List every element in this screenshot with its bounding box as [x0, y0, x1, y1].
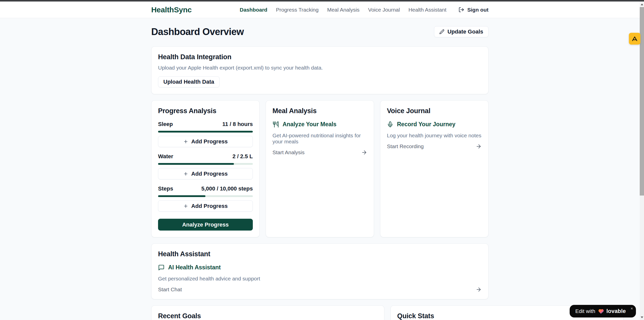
nav-dashboard[interactable]: Dashboard [240, 7, 267, 13]
arrow-right-icon [476, 286, 482, 293]
meal-analysis-description: Get AI-powered nutritional insights for … [272, 133, 367, 145]
arrow-right-icon [361, 149, 367, 155]
logout-icon [458, 7, 464, 13]
voice-journal-description: Log your health journey with voice notes [387, 133, 482, 139]
analyze-your-meals-link[interactable]: Analyze Your Meals [272, 121, 367, 128]
dashboard-main: Dashboard Overview Update Goals Health D… [151, 18, 488, 320]
vertical-scrollbar[interactable] [640, 2, 644, 320]
main-nav: Dashboard Progress Tracking Meal Analysi… [240, 7, 488, 13]
pencil-icon [439, 29, 444, 34]
update-goals-label: Update Goals [447, 28, 483, 35]
plus-icon [183, 171, 188, 176]
voice-journal-card: Voice Journal Record Your Journey Log yo… [380, 100, 488, 237]
browser-extension-button[interactable] [629, 33, 640, 45]
meal-analysis-title: Meal Analysis [272, 107, 367, 115]
progress-analysis-title: Progress Analysis [158, 107, 253, 115]
health-assistant-title: Health Assistant [158, 250, 482, 258]
chat-bubble-icon [158, 264, 165, 271]
integration-title: Health Data Integration [158, 53, 482, 61]
progress-bar-steps [158, 195, 253, 197]
metric-label: Steps [158, 185, 173, 192]
update-goals-button[interactable]: Update Goals [434, 26, 488, 37]
progress-bar-sleep [158, 131, 253, 133]
app-header: HealthSync Dashboard Progress Tracking M… [0, 2, 640, 18]
add-progress-sleep-button[interactable]: Add Progress [158, 136, 253, 147]
add-progress-label: Add Progress [191, 138, 228, 145]
page-title: Dashboard Overview [151, 26, 244, 37]
badge-prefix: Edit with [575, 308, 595, 314]
record-your-journey-label: Record Your Journey [397, 121, 455, 128]
metric-value: 11 / 8 hours [222, 121, 253, 127]
start-recording-action[interactable]: Start Recording [387, 143, 482, 149]
edit-with-lovable-badge[interactable]: Edit with lovable × [570, 305, 636, 317]
health-assistant-card: Health Assistant AI Health Assistant Get… [151, 243, 488, 299]
add-progress-water-button[interactable]: Add Progress [158, 168, 253, 179]
app-logo: HealthSync [151, 6, 192, 14]
sign-out-button[interactable]: Sign out [458, 7, 488, 13]
metric-steps: Steps 5,000 / 10,000 steps Add Progress [158, 185, 253, 212]
add-progress-label: Add Progress [191, 171, 228, 177]
add-progress-steps-button[interactable]: Add Progress [158, 200, 253, 212]
nav-meal-analysis[interactable]: Meal Analysis [327, 7, 359, 13]
lovable-heart-icon [598, 308, 604, 314]
plus-icon [183, 204, 188, 209]
ai-health-assistant-link[interactable]: AI Health Assistant [158, 264, 482, 271]
metric-label: Water [158, 153, 173, 160]
voice-journal-title: Voice Journal [387, 107, 482, 115]
badge-close-icon[interactable]: × [631, 307, 633, 311]
upload-health-data-button[interactable]: Upload Health Data [158, 76, 220, 87]
plus-icon [183, 139, 188, 144]
meal-analysis-card: Meal Analysis Analyze Your Meals Get AI-… [266, 100, 374, 237]
nav-voice-journal[interactable]: Voice Journal [368, 7, 400, 13]
recent-goals-title: Recent Goals [158, 312, 378, 320]
analyze-your-meals-label: Analyze Your Meals [283, 121, 336, 128]
scrollbar-down-arrow[interactable] [640, 314, 644, 320]
metric-value: 2 / 2.5 L [232, 153, 253, 160]
start-chat-action[interactable]: Start Chat [158, 286, 482, 293]
nav-health-assistant[interactable]: Health Assistant [408, 7, 446, 13]
start-analysis-label: Start Analysis [272, 149, 304, 155]
analyze-progress-button[interactable]: Analyze Progress [158, 219, 253, 231]
metric-value: 5,000 / 10,000 steps [201, 185, 253, 192]
progress-bar-water [158, 163, 253, 165]
arrow-right-icon [476, 143, 482, 149]
microphone-icon [387, 121, 393, 128]
start-analysis-action[interactable]: Start Analysis [272, 149, 367, 155]
scrollbar-up-arrow[interactable] [640, 2, 644, 7]
sign-out-label: Sign out [467, 7, 488, 13]
health-data-integration-card: Health Data Integration Upload your Appl… [151, 46, 488, 94]
record-your-journey-link[interactable]: Record Your Journey [387, 121, 482, 128]
metric-label: Sleep [158, 121, 173, 127]
ai-health-assistant-label: AI Health Assistant [168, 264, 221, 271]
utensils-icon [272, 121, 279, 128]
start-recording-label: Start Recording [387, 143, 424, 149]
nav-progress-tracking[interactable]: Progress Tracking [276, 7, 319, 13]
badge-brand: lovable [606, 308, 626, 314]
metric-sleep: Sleep 11 / 8 hours Add Progress [158, 121, 253, 147]
recent-goals-card: Recent Goals Select Date Today Yesterday… [151, 305, 384, 320]
metric-water: Water 2 / 2.5 L Add Progress [158, 153, 253, 179]
add-progress-label: Add Progress [191, 203, 228, 209]
extension-logo-icon [631, 36, 638, 42]
progress-analysis-card: Progress Analysis Sleep 11 / 8 hours Add… [151, 100, 260, 237]
start-chat-label: Start Chat [158, 286, 182, 293]
integration-description: Upload your Apple Health export (export.… [158, 65, 482, 71]
health-assistant-description: Get personalized health advice and suppo… [158, 276, 482, 282]
